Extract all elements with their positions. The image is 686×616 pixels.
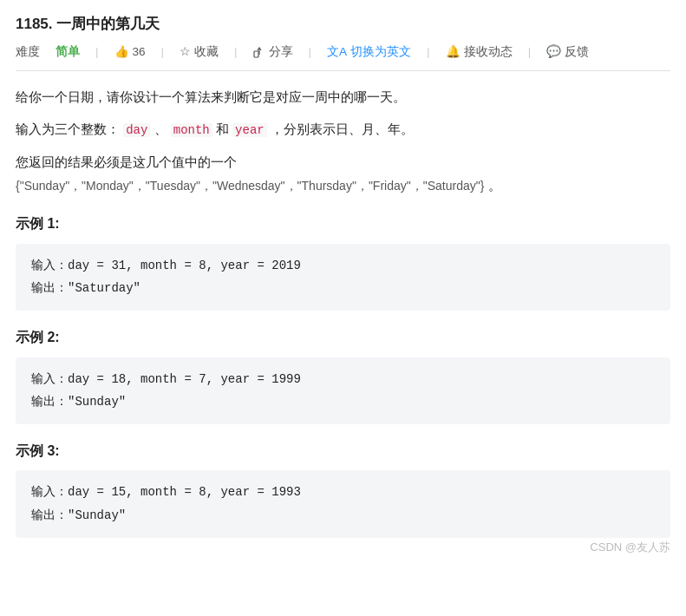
example-1-box: 输入：day = 31, month = 8, year = 2019 输出："… (16, 244, 670, 311)
desc-para-1: 给你一个日期，请你设计一个算法来判断它是对应一周中的哪一天。 (16, 85, 670, 108)
example-3-title: 示例 3: (16, 440, 670, 462)
para3-suffix: 。 (488, 178, 501, 193)
difficulty-value: 简单 (56, 43, 80, 62)
code-day: day (123, 123, 150, 137)
switch-language-button[interactable]: 文A 切换为英文 (327, 43, 411, 62)
example-2-title: 示例 2: (16, 326, 670, 349)
example-1-input: 输入：day = 31, month = 8, year = 2019 (31, 254, 655, 278)
example-1-title: 示例 1: (16, 213, 670, 235)
para3-values: {"Sunday"，"Monday"，"Tuesday"，"Wednesday"… (16, 179, 484, 193)
share-button[interactable]: 分享 (253, 43, 293, 62)
feedback-icon: 💬 (546, 43, 561, 62)
divider-2: | (161, 43, 165, 62)
page-wrapper: 1185. 一周中的第几天 难度 简单 | 👍 36 | ☆ 收藏 | 分享 (0, 0, 686, 567)
feedback-label: 反馈 (565, 43, 589, 62)
divider-4: | (309, 43, 312, 62)
feedback-button[interactable]: 💬 反馈 (546, 43, 589, 62)
divider-6: | (528, 43, 532, 62)
desc-para-2: 输入为三个整数： day 、 month 和 year ，分别表示日、月、年。 (16, 117, 670, 141)
collect-label: 收藏 (194, 43, 219, 62)
svg-rect-0 (254, 51, 258, 57)
desc-para-3: 您返回的结果必须是这几个值中的一个 {"Sunday"，"Monday"，"Tu… (16, 150, 670, 197)
description-section: 给你一个日期，请你设计一个算法来判断它是对应一周中的哪一天。 输入为三个整数： … (16, 85, 670, 197)
example-3-box: 输入：day = 15, month = 8, year = 1993 输出："… (16, 470, 670, 537)
bell-icon: 🔔 (446, 43, 461, 62)
notify-label: 接收动态 (464, 43, 513, 62)
example-3-output: 输出："Sunday" (31, 504, 655, 528)
switch-icon: 文A (327, 43, 347, 62)
share-label: 分享 (269, 43, 293, 62)
code-month: month (171, 123, 212, 137)
watermark: CSDN @友人苏 (590, 539, 670, 557)
divider-5: | (427, 43, 430, 62)
divider-1: | (95, 43, 99, 62)
page-title: 1185. 一周中的第几天 (16, 12, 670, 36)
examples-section: 示例 1: 输入：day = 31, month = 8, year = 201… (16, 213, 670, 537)
para2-mid1: 、 (154, 121, 167, 136)
para2-prefix: 输入为三个整数： (16, 121, 120, 136)
like-count: 36 (133, 43, 146, 62)
collect-button[interactable]: ☆ 收藏 (180, 43, 219, 62)
like-icon: 👍 (114, 43, 129, 62)
example-2-output: 输出："Sunday" (31, 390, 655, 414)
toolbar: 难度 简单 | 👍 36 | ☆ 收藏 | 分享 | 文A (16, 43, 670, 71)
example-3-input: 输入：day = 15, month = 8, year = 1993 (31, 481, 655, 504)
difficulty-label: 难度 (16, 43, 40, 62)
like-button[interactable]: 👍 36 (114, 43, 146, 62)
para2-suffix: ，分别表示日、月、年。 (271, 121, 414, 136)
collect-icon: ☆ (180, 43, 191, 62)
divider-3: | (234, 43, 238, 62)
example-2-input: 输入：day = 18, month = 7, year = 1999 (31, 368, 655, 391)
para2-mid2: 和 (216, 121, 232, 136)
example-1-output: 输出："Saturday" (31, 277, 655, 300)
example-2-box: 输入：day = 18, month = 7, year = 1999 输出："… (16, 357, 670, 424)
switch-label: 切换为英文 (350, 43, 411, 62)
share-icon (253, 43, 265, 62)
notify-button[interactable]: 🔔 接收动态 (446, 43, 513, 62)
code-year: year (232, 123, 267, 137)
para3-prefix: 您返回的结果必须是这几个值中的一个 (16, 154, 237, 169)
